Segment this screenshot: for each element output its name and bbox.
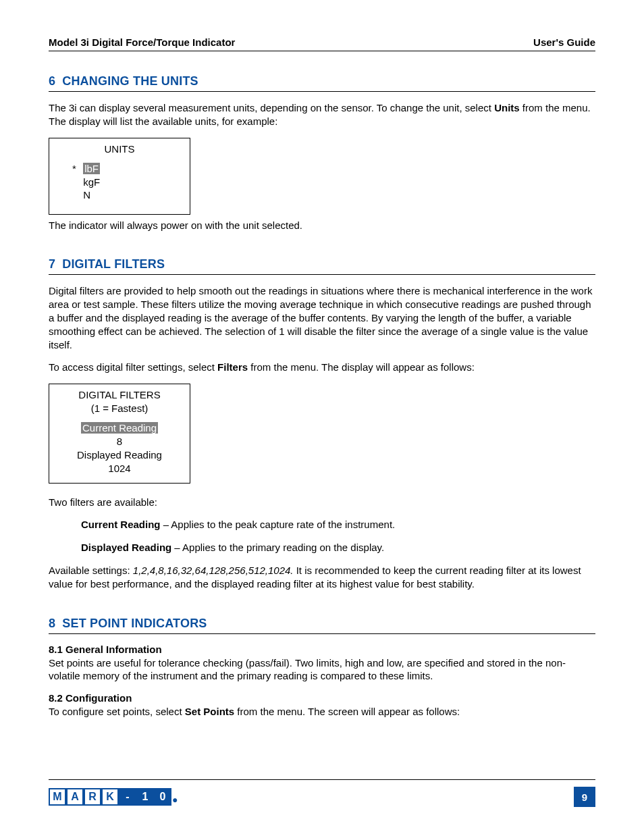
s6-p1: The 3i can display several measurement u… (49, 101, 595, 128)
s6-screen: UNITS * lbF kgF N (49, 138, 190, 215)
section-num: 6 (49, 74, 55, 88)
logo-letter: 1 (136, 788, 154, 806)
logo-dot-icon: ● (172, 795, 178, 806)
s7-screen: DIGITAL FILTERS (1 = Fastest) Current Re… (49, 384, 190, 484)
logo-letter: K (101, 788, 119, 806)
logo-letter: R (84, 788, 101, 806)
s8-p1: Set points are useful for tolerance chec… (49, 656, 595, 683)
logo-letter: A (66, 788, 84, 806)
mark-10-logo: M A R K - 1 0 ● (49, 788, 178, 806)
s6-p2: The indicator will always power on with … (49, 219, 595, 232)
logo-letter: M (49, 788, 66, 806)
s7-p1: Digital filters are provided to help smo… (49, 284, 595, 351)
s8-sub2: 8.2 Configuration (49, 692, 595, 704)
section-title: SET POINT INDICATORS (62, 617, 207, 630)
logo-letter: - (119, 788, 136, 806)
s7-p4: Available settings: 1,2,4,8,16,32,64,128… (49, 564, 595, 591)
page-footer: M A R K - 1 0 ● 9 (49, 779, 595, 807)
s7-p2: To access digital filter settings, selec… (49, 361, 595, 374)
s8-sub1: 8.1 General Information (49, 644, 595, 655)
section-title: DIGITAL FILTERS (62, 257, 165, 271)
s7-p3: Two filters are available: (49, 496, 595, 509)
section-num: 7 (49, 257, 55, 271)
unit-selected: lbF (83, 163, 100, 174)
section-num: 8 (49, 617, 55, 630)
s8-p2: To configure set points, select Set Poin… (49, 705, 595, 719)
logo-letter: 0 (154, 788, 171, 806)
header-right: User's Guide (533, 36, 595, 48)
section-title: CHANGING THE UNITS (62, 74, 198, 88)
s7-def1: Current Reading – Applies to the peak ca… (81, 518, 595, 531)
document-page: Model 3i Digital Force/Torque Indicator … (0, 0, 644, 834)
page-header: Model 3i Digital Force/Torque Indicator … (49, 36, 595, 51)
s7-def2: Displayed Reading – Applies to the prima… (81, 541, 595, 554)
section-6-heading: 6CHANGING THE UNITS (49, 74, 595, 92)
section-7-heading: 7DIGITAL FILTERS (49, 257, 595, 275)
header-left: Model 3i Digital Force/Torque Indicator (49, 36, 235, 48)
unit-option: kgF (83, 176, 100, 188)
filter-selected: Current Reading (81, 422, 158, 434)
page-number: 9 (574, 787, 595, 807)
section-8-heading: 8SET POINT INDICATORS (49, 617, 595, 634)
unit-option: N (83, 189, 90, 201)
screen-title: UNITS (49, 142, 190, 156)
screen-menu: * lbF kgF N (49, 162, 190, 202)
